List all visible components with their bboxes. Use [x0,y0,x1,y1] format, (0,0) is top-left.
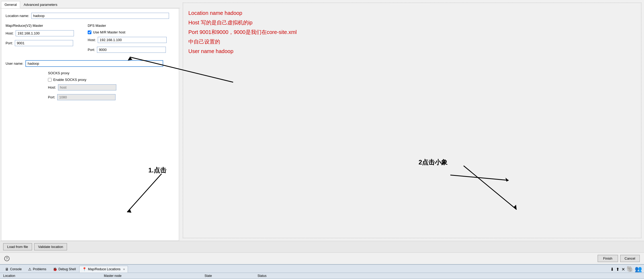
dfs-port-label: Port: [88,48,95,52]
left-action-buttons: Load from file Validate location [3,243,67,250]
annotation-line2: Host 写的是自己虚拟机的ip [188,18,636,27]
location-name-input[interactable] [31,13,169,19]
socks-port-input [57,94,116,100]
username-label: User name: [6,62,23,66]
dfs-use-mr-checkbox[interactable] [88,30,91,34]
col-status-header: Status [257,274,641,278]
minimize-icon[interactable]: ⬇ [610,266,614,272]
annotation-text: Location name hadoop Host 写的是自己虚拟机的ip Po… [188,8,636,56]
debug-shell-icon: 🐞 [53,267,57,271]
socks-title: SOCKS proxy [48,71,175,75]
socks-host-input [58,84,116,90]
annotation-line4: 中自己设置的 [188,37,636,46]
socks-enable-label: Enable SOCKS proxy [53,78,86,82]
col-location-header: Location [3,274,104,278]
console-icon: 🖥 [5,267,9,271]
mr-host-input[interactable] [16,30,74,36]
col-state-header: State [205,274,257,278]
socks-port-label: Port: [48,95,55,99]
dfs-master-section: DFS Master Use M/R Master host Host: Por… [88,23,175,56]
close-panel-icon[interactable]: ✕ [621,266,625,272]
socks-port-row: Port: [48,94,175,100]
mapreduce-icon: 📍 [82,267,87,271]
mr-port-row: Port: [6,40,82,46]
username-row: User name: [6,60,175,67]
dfs-port-input[interactable] [97,47,166,53]
location-name-label: Location name: [6,14,29,18]
tab-general[interactable]: General [1,1,20,8]
validate-location-button[interactable]: Validate location [34,243,67,250]
dfs-host-row: Host: [88,37,175,43]
mr-port-input[interactable] [15,40,73,46]
annotation-box: Location name hadoop Host 写的是自己虚拟机的ip Po… [183,3,641,238]
tab-problems[interactable]: ⚠ Problems [25,266,49,273]
load-from-file-button[interactable]: Load from file [3,243,32,250]
maximize-icon[interactable]: ⬆ [615,266,620,272]
socks-inner: Enable SOCKS proxy Host: Port: [48,78,175,100]
dfs-master-header: DFS Master [88,24,175,28]
finish-button[interactable]: Finish [598,255,618,262]
location-name-row: Location name: [6,13,175,19]
cancel-button[interactable]: Cancel [620,255,640,262]
mr-master-header: Map/Reduce(V2) Master [6,24,82,28]
socks-host-label: Host: [48,85,56,89]
mr-port-label: Port: [6,41,13,45]
dfs-use-mr-label: Use M/R Master host [93,30,125,34]
annotation-line5: User name hadoop [188,46,636,56]
problems-icon: ⚠ [28,267,32,271]
username-input[interactable] [25,60,163,67]
socks-host-row: Host: [48,84,175,90]
dialog-tabs: General Advanced parameters [0,0,180,8]
dfs-host-input[interactable] [98,37,167,43]
people-icon[interactable]: 👥 [635,266,642,273]
tab-mapreduce-locations[interactable]: 📍 Map/Reduce Locations ✕ [79,266,128,273]
mr-master-section: Map/Reduce(V2) Master Host: Port: [6,23,82,56]
master-sections: Map/Reduce(V2) Master Host: Port: [6,23,175,56]
form-content: Location name: Map/Reduce(V2) Master Hos… [1,8,179,241]
socks-section: SOCKS proxy Enable SOCKS proxy Host: [6,71,175,100]
annotation-line3: Port 9001和9000，9000是我们在core-site.xml [188,27,636,37]
bottom-tab-actions: ⬇ ⬆ ✕ 🐘 👥 [610,266,642,273]
dfs-port-row: Port: [88,47,175,53]
socks-enable-row[interactable]: Enable SOCKS proxy [48,78,175,82]
tab-advanced[interactable]: Advanced parameters [20,1,61,8]
tab-console[interactable]: 🖥 Console [2,266,25,273]
console-tab-label: Console [10,267,22,271]
dfs-host-label: Host: [88,38,96,42]
bottom-table-header: Location Master node State Status [0,273,644,279]
action-buttons-bar: Load from file Validate location [0,241,644,252]
debug-shell-tab-label: Debug Shell [59,267,76,271]
problems-tab-label: Problems [33,267,46,271]
finish-cancel-bar: ? Finish Cancel [0,252,644,264]
help-icon[interactable]: ? [4,256,10,261]
socks-enable-checkbox[interactable] [48,78,52,82]
bottom-tabs: 🖥 Console ⚠ Problems 🐞 Debug Shell 📍 Map… [0,265,644,273]
tab-debug-shell[interactable]: 🐞 Debug Shell [50,266,79,273]
mr-host-row: Host: [6,30,82,36]
mr-host-label: Host: [6,31,14,35]
col-master-header: Master node [104,274,205,278]
mapreduce-tab-label: Map/Reduce Locations [88,267,121,271]
annotation-line1: Location name hadoop [188,8,636,18]
dfs-use-mr-checkbox-row[interactable]: Use M/R Master host [88,30,175,34]
mapreduce-tab-close[interactable]: ✕ [123,268,125,271]
bottom-panel: 🖥 Console ⚠ Problems 🐞 Debug Shell 📍 Map… [0,264,644,279]
elephant-icon[interactable]: 🐘 [627,266,634,273]
